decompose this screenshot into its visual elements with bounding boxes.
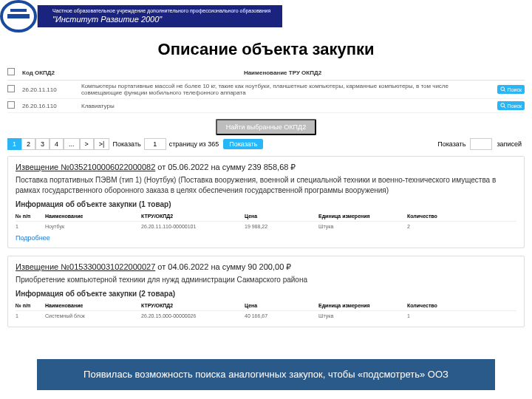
app-header: Частное образовательное учреждение допол… <box>0 0 532 33</box>
card-info: Информация об объекте закупки (1 товар) <box>16 200 516 208</box>
item-row: 1Системный блок26.20.15.000-0000002640 1… <box>16 311 516 321</box>
svg-point-1 <box>500 87 504 91</box>
card-desc: Поставка портативных ПЭВМ (тип 1) (Ноутб… <box>16 175 516 196</box>
pager-page[interactable]: 1 <box>7 138 21 150</box>
pager-page[interactable]: 2 <box>21 138 35 150</box>
items-head: № п/пНаименованиеКТРУ/ОКПД2ЦенаЕдиница и… <box>16 301 516 311</box>
more-link[interactable]: Подробнее <box>16 234 50 242</box>
svg-line-2 <box>504 90 505 92</box>
item-row: 1Ноутбук26.20.11.110-0000010119 988,22Шт… <box>16 222 516 231</box>
footer-callout: Появилась возможность поиска аналогичных… <box>37 359 495 390</box>
records-label: записей <box>494 140 525 148</box>
page-input[interactable] <box>144 138 166 150</box>
table-row: 26.20.11.110 Компьютеры портативные масс… <box>7 81 525 99</box>
notice-link[interactable]: Извещение №0153300031022000027 <box>16 262 155 271</box>
show-label: Показать <box>109 140 143 148</box>
card-info: Информация об объекте закупки (2 товара) <box>16 290 516 298</box>
notice-link[interactable]: Извещение №0352100006022000082 <box>16 163 155 171</box>
row-checkbox[interactable] <box>7 85 15 92</box>
records-input[interactable] <box>470 138 492 150</box>
table-row: 26.20.16.110 Клавиатуры Поиск <box>7 99 525 113</box>
notice-meta: от 05.06.2022 на сумму 239 858,68 ₽ <box>155 163 296 171</box>
col-code-head: Код ОКПД2 <box>22 69 81 76</box>
banner: Частное образовательное учреждение допол… <box>37 5 282 27</box>
card-desc: Приобретение компьютерной техники для ну… <box>16 275 516 285</box>
cards-list: Извещение №0352100006022000082 от 05.06.… <box>7 156 525 327</box>
okpd-rows: 26.20.11.110 Компьютеры портативные масс… <box>7 81 525 113</box>
search-icon <box>500 86 506 92</box>
card-title: Извещение №0352100006022000082 от 05.06.… <box>16 163 516 172</box>
row-search-button[interactable]: Поиск <box>497 85 525 94</box>
logo-icon <box>0 0 37 33</box>
logo-wrap <box>0 0 37 33</box>
notice-card: Извещение №0352100006022000082 от 05.06.… <box>7 156 525 248</box>
col-name-head: Наименование ТРУ ОКПД2 <box>81 69 484 76</box>
pager-page[interactable]: >| <box>94 138 110 150</box>
notice-meta: от 04.06.2022 на сумму 90 200,00 ₽ <box>155 262 291 271</box>
pager-page[interactable]: ... <box>64 138 80 150</box>
pager-page[interactable]: 4 <box>50 138 64 150</box>
pager-page[interactable]: 3 <box>35 138 50 150</box>
pager-pages: 1234...>>| <box>7 140 109 148</box>
row-code: 26.20.16.110 <box>22 103 81 109</box>
okpd-table-head: Код ОКПД2 Наименование ТРУ ОКПД2 <box>7 65 525 81</box>
show-label-2: Показать <box>434 140 468 148</box>
svg-line-4 <box>504 106 505 108</box>
row-search-button[interactable]: Поиск <box>497 101 525 110</box>
content-area: Код ОКПД2 Наименование ТРУ ОКПД2 26.20.1… <box>0 65 532 327</box>
svg-point-3 <box>500 103 504 107</box>
checkbox-all[interactable] <box>7 68 15 75</box>
card-title: Извещение №0153300031022000027 от 04.06.… <box>16 262 516 272</box>
show-button[interactable]: Показать <box>223 139 263 149</box>
col-check <box>7 68 22 77</box>
banner-line2: "Институт Развитие 2000" <box>52 14 270 24</box>
row-code: 26.20.11.110 <box>22 86 81 93</box>
notice-card: Извещение №0153300031022000027 от 04.06.… <box>7 256 525 327</box>
items-head: № п/пНаименованиеКТРУ/ОКПД2ЦенаЕдиница и… <box>16 211 516 222</box>
row-name: Компьютеры портативные массой не более 1… <box>81 83 484 96</box>
search-icon <box>500 103 506 109</box>
page-title: Описание объекта закупки <box>0 40 532 59</box>
pager-page[interactable]: > <box>80 138 94 150</box>
pager-right: Показать записей <box>434 138 525 150</box>
row-name: Клавиатуры <box>81 103 484 109</box>
pager: 1234...>>| Показать страницу из 365 Пока… <box>7 138 525 150</box>
row-checkbox[interactable] <box>7 101 15 109</box>
banner-line1: Частное образовательное учреждение допол… <box>52 7 270 14</box>
find-selected-button[interactable]: Найти выбранные ОКПД2 <box>216 119 316 135</box>
page-of-label: страницу из 365 <box>166 140 222 148</box>
